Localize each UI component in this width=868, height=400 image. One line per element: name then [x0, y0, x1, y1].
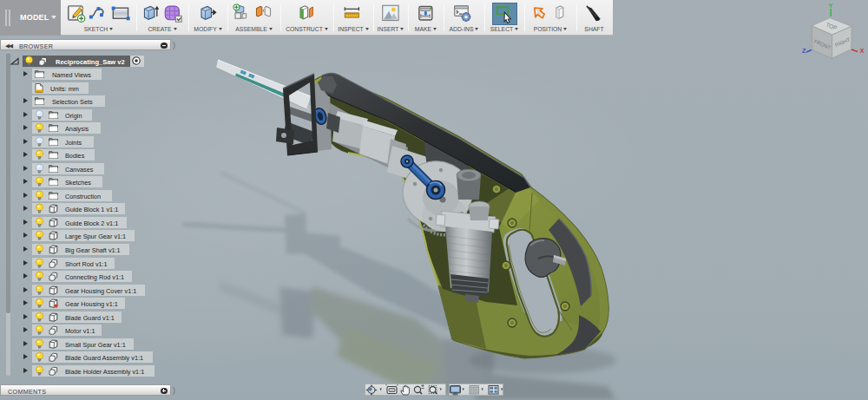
svg-text:Z: Z	[802, 47, 806, 55]
svg-text:X: X	[860, 47, 865, 55]
svg-text:Y: Y	[829, 2, 833, 10]
